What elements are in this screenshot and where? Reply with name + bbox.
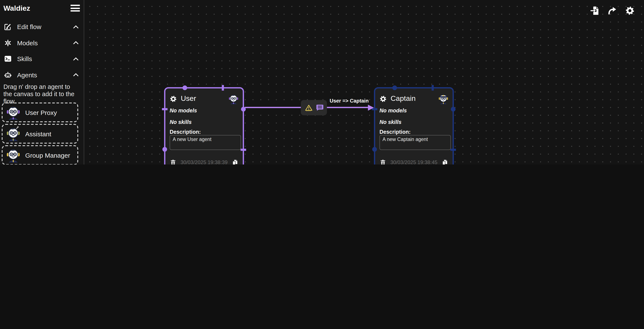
node-timestamp: 30/03/2025 19:38:39 bbox=[180, 159, 228, 164]
node-title: User bbox=[181, 94, 196, 103]
node-settings-gear-icon[interactable] bbox=[170, 95, 177, 102]
node-header: User bbox=[170, 93, 239, 105]
copy-node-icon[interactable] bbox=[232, 159, 238, 164]
node-title: Captain bbox=[390, 94, 416, 103]
delete-node-trash-icon[interactable] bbox=[170, 159, 176, 164]
handle-right-source[interactable] bbox=[451, 106, 456, 111]
agent-avatar-icon bbox=[5, 126, 21, 142]
agent-avatar-icon bbox=[228, 93, 239, 104]
handle-top-target[interactable] bbox=[432, 85, 434, 90]
agent-node-captain[interactable]: Captain No models No skills Description:… bbox=[374, 87, 454, 164]
sidebar-item-edit-flow[interactable]: Edit flow bbox=[0, 19, 84, 35]
skills-status: No skills bbox=[170, 119, 192, 125]
edit-icon bbox=[4, 23, 12, 31]
description-input[interactable]: A new User agent bbox=[170, 135, 241, 150]
warning-icon bbox=[304, 104, 312, 111]
node-settings-gear-icon[interactable] bbox=[380, 95, 387, 102]
app-window: Waldiez Edit flow Models Skills Agents D… bbox=[0, 0, 644, 164]
chevron-up-icon[interactable] bbox=[73, 25, 79, 29]
description-input[interactable]: A new Captain agent bbox=[380, 135, 451, 150]
agent-node-user[interactable]: User No models No skills Description: A … bbox=[164, 87, 244, 164]
chevron-up-icon[interactable] bbox=[73, 57, 79, 61]
edge-label-box[interactable] bbox=[301, 100, 327, 115]
models-status: No models bbox=[380, 108, 407, 114]
agent-avatar-icon bbox=[5, 104, 21, 120]
copy-node-icon[interactable] bbox=[442, 159, 448, 164]
sidebar-item-agents[interactable]: Agents bbox=[0, 67, 84, 83]
handle-top-source[interactable] bbox=[182, 86, 187, 90]
handle-right-target[interactable] bbox=[450, 148, 456, 150]
openai-icon bbox=[4, 39, 12, 47]
agent-list-item-group-manager[interactable]: Group Manager bbox=[2, 145, 78, 164]
edge-label: User => Captain bbox=[330, 98, 369, 104]
handle-left-source[interactable] bbox=[372, 147, 377, 152]
robot-icon bbox=[4, 71, 12, 79]
chat-bubble-icon[interactable] bbox=[316, 104, 323, 111]
description-label: Description: bbox=[380, 129, 411, 135]
agent-list-item-user-proxy[interactable]: User Proxy bbox=[2, 102, 78, 122]
chevron-up-icon[interactable] bbox=[73, 41, 79, 45]
agent-avatar-icon bbox=[5, 147, 21, 163]
handle-top-target[interactable] bbox=[222, 85, 224, 90]
description-label: Description: bbox=[170, 129, 201, 135]
agent-list-item-assistant[interactable]: Assistant bbox=[2, 124, 78, 144]
canvas-toolbar bbox=[590, 6, 635, 16]
node-footer: 30/03/2025 19:38:39 bbox=[170, 157, 238, 164]
sidebar-hint: Drag n' drop an agent to the canvas to a… bbox=[4, 83, 80, 105]
terminal-icon bbox=[4, 55, 12, 63]
sidebar-item-models[interactable]: Models bbox=[0, 35, 84, 51]
handle-left-target[interactable] bbox=[162, 108, 168, 110]
node-header: Captain bbox=[380, 93, 449, 105]
sidebar: Waldiez Edit flow Models Skills Agents D… bbox=[0, 0, 84, 164]
node-footer: 30/03/2025 19:38:45 bbox=[380, 157, 448, 164]
settings-gear-icon[interactable] bbox=[625, 6, 635, 16]
skills-status: No skills bbox=[380, 119, 402, 125]
agent-avatar-icon bbox=[438, 93, 449, 104]
export-flow-icon[interactable] bbox=[607, 6, 618, 16]
edge-arrowhead-icon bbox=[368, 104, 374, 110]
models-status: No models bbox=[170, 108, 197, 114]
sidebar-nav: Edit flow Models Skills Agents bbox=[0, 19, 84, 83]
node-timestamp: 30/03/2025 19:38:45 bbox=[390, 159, 438, 164]
handle-top-source[interactable] bbox=[392, 86, 397, 90]
import-flow-icon[interactable] bbox=[590, 6, 600, 16]
handle-right-source[interactable] bbox=[241, 106, 246, 111]
flow-canvas[interactable]: User => Captain User No bbox=[84, 0, 644, 164]
agent-palette: User Proxy Assistant Group Manager Swarm… bbox=[2, 102, 78, 164]
chevron-up-icon[interactable] bbox=[73, 73, 79, 77]
sidebar-item-skills[interactable]: Skills bbox=[0, 51, 84, 67]
hamburger-icon[interactable] bbox=[70, 4, 80, 12]
handle-left-source[interactable] bbox=[162, 147, 167, 152]
app-title: Waldiez bbox=[4, 4, 30, 13]
handle-right-target[interactable] bbox=[240, 148, 246, 150]
delete-node-trash-icon[interactable] bbox=[380, 159, 386, 164]
